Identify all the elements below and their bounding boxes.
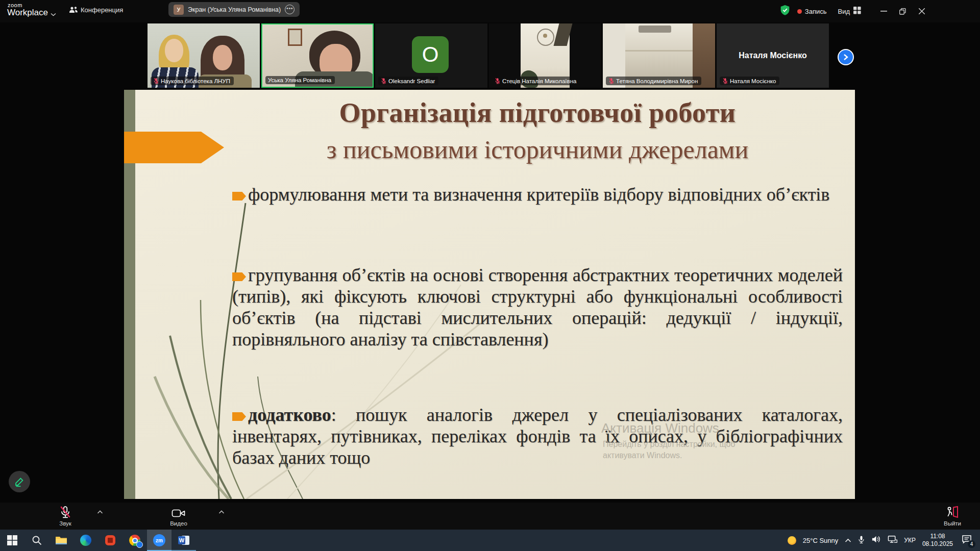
tab-meeting[interactable]: Конференция [81,6,123,14]
clock-time: 11:08 [922,533,953,540]
edge-browser-button[interactable] [74,530,98,551]
participant-tile[interactable]: Наталя Мосієнко Наталя Мосієнко [717,23,829,88]
avatar: У [174,5,184,15]
participant-name-tag: Наукова бібліотека ЛНУП [151,77,234,85]
view-grid-icon[interactable] [853,7,861,16]
bullet-icon [232,192,246,201]
mic-muted-icon [153,78,159,84]
search-icon [32,535,42,545]
zoom-app-icon: zm [153,534,165,546]
notification-center-button[interactable]: 4 [962,535,972,546]
recording-indicator[interactable]: Запись [797,8,827,15]
security-shield-icon[interactable] [780,5,790,18]
slide-title-line1: Організація підготовчої роботи [232,97,843,129]
chrome-icon [129,535,140,546]
slide-bullet-2: групування об’єктів на основі створення … [232,264,843,350]
close-button[interactable] [912,2,931,20]
weather-text[interactable]: 25°C Sunny [803,537,839,544]
chrome-button[interactable] [122,530,147,551]
meeting-people-icon [68,6,79,17]
slide-bullet-1: формулювання мети та визначення критерії… [232,184,843,205]
camera-icon [159,505,198,519]
next-participants-page-button[interactable] [838,49,854,65]
file-explorer-button[interactable] [49,530,74,551]
audio-options-chevron[interactable] [97,507,103,516]
office-button[interactable] [98,530,122,551]
bullet-icon [232,412,246,421]
participant-name-tag: Тетяна Володимирівна Мирон [606,77,701,85]
bullet-icon [232,272,246,281]
record-dot-icon [797,9,802,14]
audio-button[interactable]: Звук [46,505,85,527]
minimize-button[interactable] [874,2,893,20]
participant-tile[interactable]: Наукова бібліотека ЛНУП [148,23,260,88]
slide-arrow-shape [124,132,224,163]
mic-muted-icon [495,78,500,84]
mic-muted-icon [46,505,85,519]
workplace-logo: Workplace [7,8,48,18]
participant-name-tag: Oleksandr Sedliar [378,77,438,85]
taskbar-clock[interactable]: 11:08 08.10.2025 [922,533,953,548]
windows-logo-icon [7,535,17,545]
zoom-app-button[interactable]: zm [147,530,172,551]
mic-muted-icon [722,78,728,84]
zoom-meeting-window: zoom Workplace Конференция У Экран (Уськ… [0,0,980,551]
restore-button[interactable] [893,2,912,20]
word-icon: W [178,535,189,546]
weather-icon[interactable] [788,536,796,545]
word-button[interactable]: W [172,530,196,551]
windows-activation-watermark-line2: Перейдіть у розділ настройки, щоб [603,440,736,449]
tray-network-icon[interactable] [888,535,897,545]
edge-icon [80,535,91,546]
clock-date: 08.10.2025 [922,540,953,548]
leave-door-icon [933,505,972,519]
language-indicator[interactable]: УКР [904,537,916,544]
video-options-chevron[interactable] [218,507,225,516]
chevron-right-icon [843,54,848,60]
chevron-down-icon[interactable] [51,9,56,18]
leave-meeting-button[interactable]: Выйти [933,505,972,527]
notification-count-badge: 4 [968,540,975,548]
meeting-toolbar: Звук Видео 30 Участники [0,503,980,530]
slide-title-line2: з письмовими історичними джерелами [232,135,843,164]
folder-icon [55,535,67,545]
tray-volume-icon[interactable] [871,535,881,545]
office-icon [105,535,115,545]
start-button[interactable] [0,530,24,551]
tray-mic-icon[interactable] [858,535,865,546]
participant-tile[interactable]: Тетяна Володимирівна Мирон [603,23,715,88]
system-tray: 25°C Sunny УКР 11:08 08.10.2025 4 [788,530,980,551]
video-button[interactable]: Видео [159,505,198,527]
pencil-icon [14,476,25,487]
tray-expand-chevron[interactable] [845,536,851,545]
view-button[interactable]: Вид [838,8,850,15]
title-bar: zoom Workplace Конференция У Экран (Уськ… [0,0,980,22]
participant-strip: Наукова бібліотека ЛНУП Уська Уляна Рома… [148,23,829,88]
mic-muted-icon [381,78,386,84]
participant-tile[interactable]: Стеців Наталія Миколаївна [489,23,601,88]
tab-more-icon[interactable]: ••• [285,5,295,14]
participant-tile[interactable]: O Oleksandr Sedliar [375,23,487,88]
tab-screen-share[interactable]: У Экран (Уська Уляна Романівна) ••• [168,2,300,17]
participant-name-tag: Уська Уляна Романівна [265,76,335,84]
windows-activation-watermark: Активація Windows [601,420,719,436]
mic-muted-icon [608,78,614,84]
annotate-button[interactable] [9,471,30,492]
participant-name-tag: Наталя Мосієнко [720,77,779,85]
shared-screen-slide: Організація підготовчої роботи з письмов… [124,90,855,499]
taskbar-search-button[interactable] [24,530,49,551]
participant-avatar: O [412,36,449,73]
windows-activation-watermark-line3: активувати Windows. [603,451,682,460]
slide-bullet-3: додатково: пошук аналогів джерел у спеці… [232,404,843,468]
participant-name-tag: Стеців Наталія Миколаївна [492,77,580,85]
participant-tile-active-speaker[interactable]: Уська Уляна Романівна [261,23,374,88]
